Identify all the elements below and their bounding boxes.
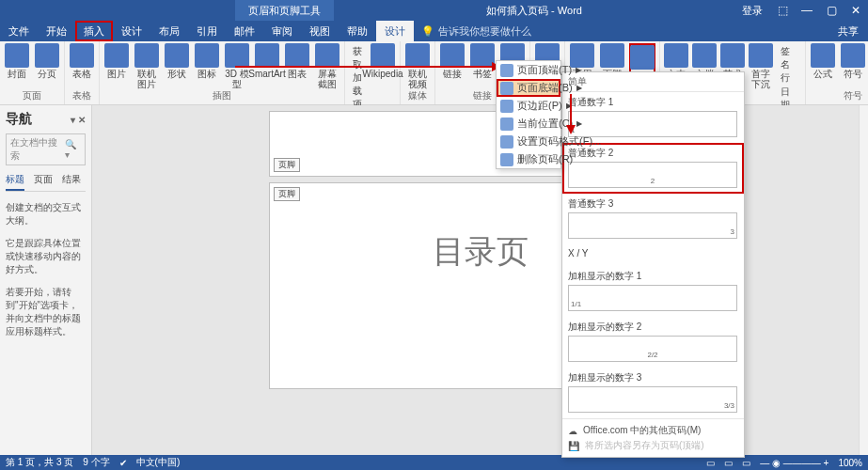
gallery-item-bold-1[interactable]: 加粗显示的数字 11/1 [562, 266, 744, 317]
status-word-count[interactable]: 9 个字 [83, 456, 109, 469]
ribbon-label: Wikipedia [362, 69, 402, 79]
screenshot-icon [315, 43, 339, 68]
tab-context-design[interactable]: 设计 [376, 21, 414, 41]
current-pos-icon [500, 118, 513, 131]
tab-design[interactable]: 设计 [113, 21, 150, 41]
table-button[interactable]: 表格 [69, 43, 95, 79]
ribbon-options-icon[interactable]: ⬚ [770, 0, 795, 21]
tab-help[interactable]: 帮助 [339, 21, 376, 41]
gallery-item-bold-3[interactable]: 加粗显示的数字 33/3 [562, 368, 744, 418]
maximize-button[interactable]: ▢ [819, 0, 844, 21]
view-print-layout[interactable]: ▭ [724, 458, 733, 468]
menu-label: 当前位置(C) [517, 117, 573, 131]
close-button[interactable]: ✕ [844, 0, 868, 21]
tab-layout[interactable]: 布局 [150, 21, 188, 41]
page-number-icon [630, 45, 655, 70]
cover-page-button[interactable]: 封面 [4, 43, 30, 79]
view-read-mode[interactable]: ▭ [706, 458, 715, 468]
annotation-arrow-2 [570, 94, 572, 132]
gallery-item-bold-2[interactable]: 加粗显示的数字 22/2 [562, 317, 744, 368]
menu-current-position[interactable]: 当前位置(C)▶ [497, 115, 560, 133]
gallery-preview: 1 [568, 111, 737, 137]
page-number-menu: 页面顶端(T)▶ 页面底端(B)▶ 页边距(P)▶ 当前位置(C)▶ 设置页码格… [496, 60, 561, 169]
annotation-arrow-1 [235, 66, 498, 68]
tell-me-search[interactable]: 💡 告诉我你想要做什么 [421, 24, 531, 39]
nav-tab-headings[interactable]: 标题 [6, 173, 24, 191]
equation-button[interactable]: 公式 [810, 43, 836, 79]
gallery-item-plain-3[interactable]: 普通数字 33 [562, 194, 744, 244]
wikipedia-button[interactable]: Wikipedia [370, 43, 396, 79]
3d-icon [225, 43, 249, 68]
symbol-button[interactable]: 符号 [840, 43, 866, 79]
smartart-button[interactable]: SmartArt [254, 43, 280, 79]
footer-icon [600, 43, 624, 68]
online-picture-button[interactable]: 联机图片 [134, 43, 160, 89]
gallery-preview: 3 [568, 212, 737, 239]
share-button[interactable]: 共享 [829, 24, 868, 39]
smartart-icon [255, 43, 279, 68]
ribbon-label: 链接 [443, 69, 462, 79]
ribbon-label: 首字下沉 [749, 69, 773, 89]
nav-search-input[interactable]: 在文档中搜索🔍▾ [6, 133, 86, 165]
ribbon-label: 分页 [38, 69, 56, 79]
tab-view[interactable]: 视图 [301, 21, 339, 41]
tab-insert[interactable]: 插入 [75, 21, 113, 41]
status-proofing[interactable]: ✔ [119, 458, 127, 468]
status-page-info[interactable]: 第 1 页，共 3 页 [6, 456, 73, 469]
bookmark-button[interactable]: 书签 [469, 43, 496, 79]
gallery-preview: 2 [568, 162, 737, 188]
tab-references[interactable]: 引用 [188, 21, 226, 41]
nav-dropdown-icon[interactable]: ▾ ✕ [71, 115, 86, 125]
login-button[interactable]: 登录 [734, 4, 770, 18]
get-addins-button[interactable]: 获取加载项 [353, 45, 362, 111]
icons-icon [195, 43, 219, 68]
nav-message-3: 若要开始，请转到"开始"选项卡，并向文档中的标题应用标题样式。 [6, 286, 86, 338]
icons-button[interactable]: 图标 [194, 43, 220, 79]
minimize-button[interactable]: — [795, 0, 819, 21]
page-break-button[interactable]: 分页 [34, 43, 60, 79]
chevron-right-icon: ▶ [576, 119, 582, 128]
tab-file[interactable]: 文件 [0, 21, 38, 41]
nav-tab-pages[interactable]: 页面 [34, 173, 53, 191]
menu-format-page-number[interactable]: 设置页码格式(F)... [497, 133, 560, 150]
picture-button[interactable]: 图片 [103, 43, 130, 79]
gallery-label: 普通数字 3 [568, 197, 738, 211]
navigation-pane: 导航▾ ✕ 在文档中搜索🔍▾ 标题 页面 结果 创建文档的交互式大纲。 它是跟踪… [0, 105, 92, 455]
quick-parts-icon [692, 43, 717, 68]
tell-me-placeholder: 告诉我你想要做什么 [438, 24, 531, 39]
chart-button[interactable]: 图表 [284, 43, 310, 79]
signature-line-button[interactable]: 签名行 [781, 45, 797, 85]
menu-bottom-of-page[interactable]: 页面底端(B)▶ [497, 79, 560, 97]
nav-search-placeholder: 在文档中搜索 [10, 136, 65, 163]
cover-page-icon [5, 43, 29, 68]
header-icon [570, 43, 594, 68]
preview-number: 3 [731, 227, 734, 236]
view-web-layout[interactable]: ▭ [742, 458, 750, 468]
group-tables: 表格 [72, 89, 91, 104]
nav-tab-results[interactable]: 结果 [62, 173, 81, 191]
tab-mailings[interactable]: 邮件 [226, 21, 263, 41]
tab-review[interactable]: 审阅 [263, 21, 301, 41]
document-area[interactable]: 页脚 目录页 页脚 [92, 105, 868, 455]
status-language[interactable]: 中文(中国) [136, 456, 181, 469]
gallery-item-plain-2[interactable]: 普通数字 22 [562, 143, 744, 194]
zoom-level[interactable]: 100% [838, 458, 862, 468]
gallery-office-more[interactable]: ☁Office.com 中的其他页码(M) [568, 423, 738, 438]
gallery-label: 普通数字 2 [568, 147, 738, 160]
ribbon-label: 屏幕截图 [314, 69, 340, 89]
ribbon-label: 形状 [167, 69, 186, 79]
zoom-slider[interactable]: — ◉ ———— + [760, 458, 829, 468]
footer-tag-1: 页脚 [274, 158, 300, 172]
tab-home[interactable]: 开始 [38, 21, 75, 41]
menu-page-margins[interactable]: 页边距(P)▶ [497, 97, 560, 115]
gallery-preview: 1/1 [568, 285, 737, 311]
vertical-scrollbar[interactable] [859, 105, 868, 455]
shapes-button[interactable]: 形状 [164, 43, 190, 79]
chevron-right-icon: ▶ [576, 66, 581, 74]
save-icon: 💾 [568, 441, 579, 451]
dropcap-button[interactable]: 首字下沉 [749, 43, 773, 89]
menu-top-of-page[interactable]: 页面顶端(T)▶ [497, 61, 560, 79]
equation-icon [811, 43, 835, 68]
menu-remove-page-number[interactable]: 删除页码(R) [497, 150, 560, 168]
link-button[interactable]: 链接 [439, 43, 466, 79]
